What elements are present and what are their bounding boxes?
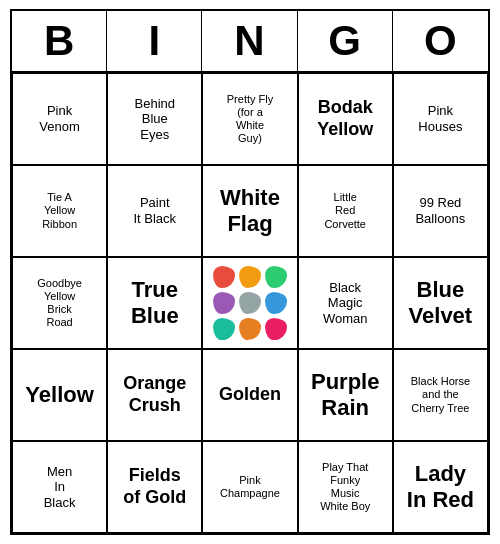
cell-r0c1: Behind Blue Eyes (107, 73, 202, 165)
cell-text-r1c4: 99 Red Balloons (415, 195, 465, 226)
cell-r1c0: Tie A Yellow Ribbon (12, 165, 107, 257)
cell-text-r3c4: Black Horse and the Cherry Tree (411, 375, 470, 415)
blob-8 (265, 318, 287, 340)
cell-text-r1c3: Little Red Corvette (324, 191, 366, 231)
cell-text-r3c1: Orange Crush (123, 373, 186, 416)
cell-text-r0c2: Pretty Fly (for a White Guy) (227, 93, 273, 146)
cell-text-r4c4: Lady In Red (407, 461, 474, 514)
cell-text-r3c3: Purple Rain (311, 369, 379, 422)
blob-3 (213, 292, 235, 314)
blob-2 (265, 266, 287, 288)
cell-text-r0c0: Pink Venom (39, 103, 79, 134)
cell-text-r4c3: Play That Funky Music White Boy (320, 461, 370, 514)
cell-text-r2c0: Goodbye Yellow Brick Road (37, 277, 82, 330)
blob-0 (213, 266, 235, 288)
cell-text-r1c1: Paint It Black (133, 195, 176, 226)
cell-r4c1: Fields of Gold (107, 441, 202, 533)
header-letter-G: G (298, 11, 393, 71)
cell-text-r4c1: Fields of Gold (123, 465, 186, 508)
cell-r1c2: White Flag (202, 165, 297, 257)
header-letter-O: O (393, 11, 488, 71)
bingo-card: BINGO Pink VenomBehind Blue EyesPretty F… (10, 9, 490, 535)
cell-text-r0c3: Bodak Yellow (317, 97, 373, 140)
cell-r0c3: Bodak Yellow (298, 73, 393, 165)
cell-r3c0: Yellow (12, 349, 107, 441)
blob-6 (213, 318, 235, 340)
cell-r1c3: Little Red Corvette (298, 165, 393, 257)
cell-r2c3: Black Magic Woman (298, 257, 393, 349)
cell-r4c0: Men In Black (12, 441, 107, 533)
cell-r3c1: Orange Crush (107, 349, 202, 441)
header-letter-B: B (12, 11, 107, 71)
cell-text-r3c2: Golden (219, 384, 281, 406)
header-letter-N: N (202, 11, 297, 71)
cell-r2c4: Blue Velvet (393, 257, 488, 349)
blob-7 (239, 318, 261, 340)
cell-r3c4: Black Horse and the Cherry Tree (393, 349, 488, 441)
cell-text-r4c2: Pink Champagne (220, 474, 280, 500)
blob-1 (239, 266, 261, 288)
cell-text-r2c3: Black Magic Woman (323, 280, 368, 327)
free-space-blobs (209, 262, 291, 344)
cell-text-r0c1: Behind Blue Eyes (135, 96, 175, 143)
cell-r0c2: Pretty Fly (for a White Guy) (202, 73, 297, 165)
bingo-grid: Pink VenomBehind Blue EyesPretty Fly (fo… (12, 73, 488, 533)
cell-r0c0: Pink Venom (12, 73, 107, 165)
header-letter-I: I (107, 11, 202, 71)
cell-r4c3: Play That Funky Music White Boy (298, 441, 393, 533)
cell-r2c0: Goodbye Yellow Brick Road (12, 257, 107, 349)
cell-text-r2c4: Blue Velvet (409, 277, 473, 330)
cell-r3c3: Purple Rain (298, 349, 393, 441)
blob-5 (265, 292, 287, 314)
cell-r1c1: Paint It Black (107, 165, 202, 257)
cell-text-r0c4: Pink Houses (418, 103, 462, 134)
cell-text-r2c1: True Blue (131, 277, 179, 330)
cell-text-r3c0: Yellow (25, 382, 93, 408)
cell-r2c2 (202, 257, 297, 349)
cell-r3c2: Golden (202, 349, 297, 441)
blob-4 (239, 292, 261, 314)
cell-r4c2: Pink Champagne (202, 441, 297, 533)
cell-text-r1c2: White Flag (220, 185, 280, 238)
cell-r1c4: 99 Red Balloons (393, 165, 488, 257)
cell-text-r4c0: Men In Black (44, 464, 76, 511)
cell-r0c4: Pink Houses (393, 73, 488, 165)
cell-r4c4: Lady In Red (393, 441, 488, 533)
cell-text-r1c0: Tie A Yellow Ribbon (42, 191, 77, 231)
bingo-header: BINGO (12, 11, 488, 73)
cell-r2c1: True Blue (107, 257, 202, 349)
